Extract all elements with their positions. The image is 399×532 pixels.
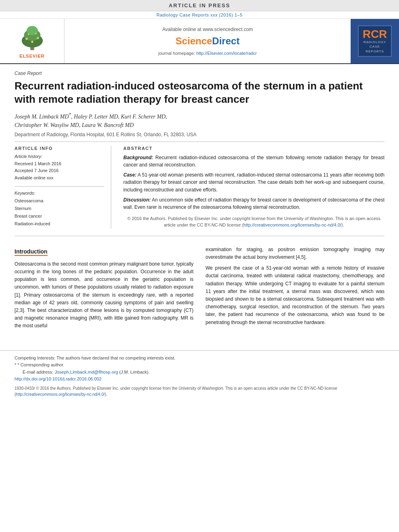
body-right-column: examination for staging, as positron emi… bbox=[206, 246, 384, 330]
intro-paragraph-3: We present the case of a 51-year-old wom… bbox=[206, 264, 384, 326]
article-in-press-banner: ARTICLE IN PRESS bbox=[0, 0, 399, 11]
keyword-2: Sternum bbox=[15, 205, 104, 212]
abstract-discussion: Discussion: An uncommon side effect of r… bbox=[123, 196, 384, 211]
footer: Competing Interests: The authors have de… bbox=[0, 350, 399, 404]
sciencedirect-direct: Direct bbox=[212, 35, 239, 46]
sciencedirect-url-link[interactable]: www.sciencedirect.com bbox=[203, 27, 253, 32]
divider-2 bbox=[15, 236, 384, 236]
journal-volume-line: Radiology Case Reports xxx (2016) 1–5 bbox=[0, 11, 399, 19]
competing-interests: Competing Interests: The authors have de… bbox=[15, 355, 384, 362]
affiliation-text: Department of Radiology, Florida Hospita… bbox=[15, 132, 384, 137]
footer-license-link[interactable]: http://creativecommons.org/licenses/by-n… bbox=[16, 392, 105, 397]
abstract-copyright: © 2016 the Authors. Published by Elsevie… bbox=[123, 215, 384, 229]
case-label: Case: bbox=[123, 172, 137, 178]
svg-point-5 bbox=[37, 37, 39, 39]
svg-point-8 bbox=[35, 33, 37, 34]
rcr-letters: RCR bbox=[363, 29, 387, 40]
abstract-column: ABSTRACT Background: Recurrent radiation… bbox=[123, 146, 384, 229]
article-in-press-text: ARTICLE IN PRESS bbox=[169, 2, 231, 8]
svg-point-6 bbox=[31, 41, 33, 43]
corresponding-author: * * Corresponding author. bbox=[15, 362, 384, 369]
keyword-4: Radiation-induced bbox=[15, 220, 104, 228]
divider-1 bbox=[15, 141, 384, 142]
article-history-label: Article history: bbox=[15, 154, 104, 159]
rcr-logo: RCR RADIOLOGY CASE REPORTS bbox=[351, 19, 399, 63]
sciencedirect-science: Science bbox=[176, 35, 212, 46]
introduction-title: Introduction bbox=[15, 246, 193, 257]
elsevier-tree-icon bbox=[16, 24, 48, 52]
email-line: E-mail address: Joseph.Limback.md@flhosp… bbox=[15, 369, 384, 376]
discussion-text: An uncommon side effect of radiation the… bbox=[123, 197, 384, 210]
svg-point-7 bbox=[27, 33, 29, 35]
sciencedirect-logo: ScienceDirect bbox=[176, 35, 240, 47]
abstract-heading: ABSTRACT bbox=[123, 146, 384, 151]
svg-point-4 bbox=[25, 38, 28, 40]
intro-paragraph-2: examination for staging, as positron emi… bbox=[206, 246, 384, 261]
info-abstract-section: ARTICLE INFO Article history: Received 1… bbox=[15, 146, 384, 229]
page: ARTICLE IN PRESS Radiology Case Reports … bbox=[0, 0, 399, 532]
abstract-background: Background: Recurrent radiation-induced … bbox=[123, 154, 384, 169]
keywords-label: Keywords: bbox=[15, 191, 104, 195]
rcr-title: RADIOLOGY CASE REPORTS bbox=[363, 40, 387, 54]
article-title: Recurrent radiation-induced osteosarcoma… bbox=[15, 79, 384, 106]
body-section: Introduction Osteosarcoma is the second … bbox=[15, 246, 384, 330]
accepted-date: Accepted 7 June 2016 bbox=[15, 167, 104, 175]
journal-header: ELSEVIER Available online at www.science… bbox=[0, 19, 399, 64]
available-online-text: Available online at www.sciencedirect.co… bbox=[162, 27, 253, 32]
journal-center-info: Available online at www.sciencedirect.co… bbox=[64, 19, 351, 63]
doi-link[interactable]: http://dx.doi.org/10.1016/j.radcr.2016.0… bbox=[15, 376, 102, 381]
body-left-column: Introduction Osteosarcoma is the second … bbox=[15, 246, 193, 330]
available-online: Available online xxx bbox=[15, 175, 104, 182]
email-link[interactable]: Joseph.Limback.md@flhosp.org bbox=[54, 370, 118, 374]
background-text: Recurrent radiation-induced osteosarcoma… bbox=[123, 155, 384, 168]
authors-line: Joseph M. Limback MD*, Haley P. Letter M… bbox=[15, 111, 384, 129]
authors-text: Joseph M. Limback MD*, Haley P. Letter M… bbox=[15, 114, 167, 128]
copyright-link[interactable]: http://creativecommons.org/licenses/by-n… bbox=[243, 222, 341, 227]
article-info-heading: ARTICLE INFO bbox=[15, 146, 104, 151]
journal-homepage-line: journal homepage: http://Elsevier.com/lo… bbox=[158, 51, 257, 56]
journal-homepage-link[interactable]: http://Elsevier.com/locate/radcr bbox=[196, 51, 257, 56]
received-date: Received 1 March 2016 bbox=[15, 160, 104, 168]
intro-paragraph-1: Osteosarcoma is the second most common p… bbox=[15, 260, 193, 330]
elsevier-brand-text: ELSEVIER bbox=[19, 54, 44, 58]
main-content: Case Report Recurrent radiation-induced … bbox=[0, 64, 399, 338]
keyword-3: Breast cancer bbox=[15, 212, 104, 220]
article-type-label: Case Report bbox=[15, 71, 384, 76]
footer-issn: 1930-0433/ © 2016 the Authors. Published… bbox=[15, 385, 384, 397]
divider-keywords bbox=[15, 186, 104, 187]
discussion-label: Discussion: bbox=[123, 197, 151, 203]
background-label: Background: bbox=[123, 155, 153, 160]
elsevier-logo: ELSEVIER bbox=[0, 19, 64, 63]
journal-volume-link[interactable]: Radiology Case Reports xxx (2016) 1–5 bbox=[156, 12, 243, 17]
keyword-1: Osteosarcoma bbox=[15, 197, 104, 205]
case-text: A 51-year-old woman presents with recurr… bbox=[123, 172, 384, 193]
abstract-case: Case: A 51-year-old woman presents with … bbox=[123, 171, 384, 194]
rcr-badge: RCR RADIOLOGY CASE REPORTS bbox=[358, 25, 392, 57]
doi-line: http://dx.doi.org/10.1016/j.radcr.2016.0… bbox=[15, 376, 384, 383]
article-info-column: ARTICLE INFO Article history: Received 1… bbox=[15, 146, 111, 229]
